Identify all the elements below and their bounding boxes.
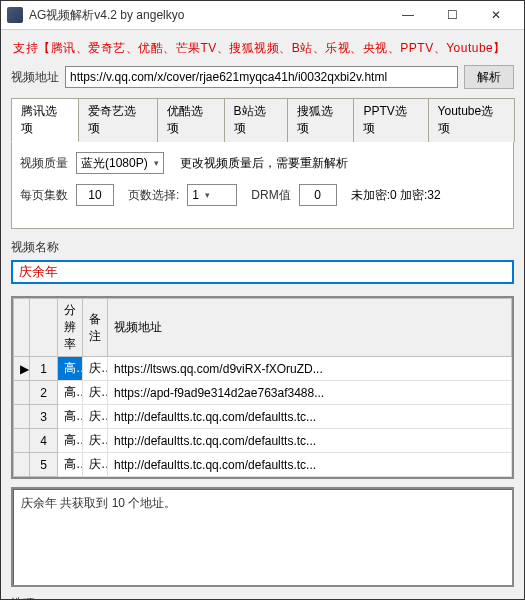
window-controls: — ☐ ✕ — [386, 1, 518, 29]
row-index: 4 — [30, 429, 58, 453]
row-index: 1 — [30, 357, 58, 381]
row-index: 2 — [30, 381, 58, 405]
cell-url: http://defaultts.tc.qq.com/defaultts.tc.… — [108, 429, 512, 453]
chevron-down-icon: ▾ — [154, 158, 159, 168]
video-name-label: 视频名称 — [11, 239, 514, 256]
cell-resolution: 高清 — [58, 453, 83, 477]
table-row[interactable]: 2高清庆余年_02https://apd-f9ad9e314d2ae763af3… — [14, 381, 512, 405]
encryption-info: 未加密:0 加密:32 — [351, 187, 441, 204]
footer: 选项 ▾ — [1, 591, 524, 600]
chevron-down-icon: ▾ — [205, 190, 210, 200]
cell-resolution: 高清 — [58, 357, 83, 381]
page-select-value: 1 — [192, 188, 199, 202]
support-text: 支持【腾讯、爱奇艺、优酷、芒果TV、搜狐视频、B站、乐视、央视、PPTV、You… — [11, 36, 514, 65]
minimize-button[interactable]: — — [386, 1, 430, 29]
tab-pptv[interactable]: PPTV选项 — [353, 98, 428, 142]
options-menu[interactable]: 选项 ▾ — [11, 595, 47, 600]
grid-header-note[interactable]: 备注 — [83, 299, 108, 357]
tab-bar: 腾讯选项 爱奇艺选项 优酷选项 B站选项 搜狐选项 PPTV选项 Youtube… — [11, 97, 514, 142]
drm-label: DRM值 — [251, 187, 290, 204]
row-pointer — [14, 453, 30, 477]
row-pointer — [14, 381, 30, 405]
cell-note: 庆余年_01 — [83, 357, 108, 381]
page-select[interactable]: 1 ▾ — [187, 184, 237, 206]
url-input[interactable] — [65, 66, 458, 88]
grid-header-resolution[interactable]: 分辨率 — [58, 299, 83, 357]
grid-header-row: 分辨率 备注 视频地址 — [14, 299, 512, 357]
cell-resolution: 高清 — [58, 381, 83, 405]
quality-value: 蓝光(1080P) — [81, 155, 148, 172]
log-output[interactable]: 庆余年 共获取到 10 个地址。 — [11, 487, 514, 587]
content-area: 支持【腾讯、爱奇艺、优酷、芒果TV、搜狐视频、B站、乐视、央视、PPTV、You… — [1, 30, 524, 591]
window-title: AG视频解析v4.2 by angelkyo — [29, 7, 386, 24]
tab-bilibili[interactable]: B站选项 — [224, 98, 288, 142]
row-pointer — [14, 405, 30, 429]
table-row[interactable]: 4高清庆余年_04http://defaultts.tc.qq.com/defa… — [14, 429, 512, 453]
tab-panel: 视频质量 蓝光(1080P) ▾ 更改视频质量后，需要重新解析 每页集数 页数选… — [11, 142, 514, 229]
row-index: 5 — [30, 453, 58, 477]
video-name-input[interactable] — [11, 260, 514, 284]
quality-hint: 更改视频质量后，需要重新解析 — [180, 155, 348, 172]
cell-note: 庆余年_02 — [83, 381, 108, 405]
cell-url: https://ltsws.qq.com/d9viRX-fXOruZD... — [108, 357, 512, 381]
tab-sohu[interactable]: 搜狐选项 — [287, 98, 355, 142]
row-pointer: ▶ — [14, 357, 30, 381]
close-button[interactable]: ✕ — [474, 1, 518, 29]
cell-resolution: 高清 — [58, 429, 83, 453]
cell-url: http://defaultts.tc.qq.com/defaultts.tc.… — [108, 405, 512, 429]
cell-note: 庆余年_03 — [83, 405, 108, 429]
row-pointer — [14, 429, 30, 453]
page-select-label: 页数选择: — [128, 187, 179, 204]
url-label: 视频地址 — [11, 69, 59, 86]
tab-iqiyi[interactable]: 爱奇艺选项 — [78, 98, 158, 142]
per-page-label: 每页集数 — [20, 187, 68, 204]
tab-youtube[interactable]: Youtube选项 — [428, 98, 515, 142]
table-row[interactable]: 5高清庆余年_05http://defaultts.tc.qq.com/defa… — [14, 453, 512, 477]
cell-url: https://apd-f9ad9e314d2ae763af3488... — [108, 381, 512, 405]
maximize-button[interactable]: ☐ — [430, 1, 474, 29]
app-icon — [7, 7, 23, 23]
quality-select[interactable]: 蓝光(1080P) ▾ — [76, 152, 164, 174]
grid-header-index — [30, 299, 58, 357]
cell-url: http://defaultts.tc.qq.com/defaultts.tc.… — [108, 453, 512, 477]
options-menu-label: 选项 — [11, 596, 35, 600]
cell-resolution: 高清 — [58, 405, 83, 429]
cell-note: 庆余年_04 — [83, 429, 108, 453]
titlebar[interactable]: AG视频解析v4.2 by angelkyo — ☐ ✕ — [1, 1, 524, 30]
tab-tencent[interactable]: 腾讯选项 — [11, 98, 79, 142]
app-window: AG视频解析v4.2 by angelkyo — ☐ ✕ 支持【腾讯、爱奇艺、优… — [0, 0, 525, 600]
results-grid: 分辨率 备注 视频地址 ▶1高清庆余年_01https://ltsws.qq.c… — [11, 296, 514, 479]
video-name-section: 视频名称 — [11, 239, 514, 284]
tab-youku[interactable]: 优酷选项 — [157, 98, 225, 142]
parse-button[interactable]: 解析 — [464, 65, 514, 89]
table-row[interactable]: ▶1高清庆余年_01https://ltsws.qq.com/d9viRX-fX… — [14, 357, 512, 381]
cell-note: 庆余年_05 — [83, 453, 108, 477]
row-index: 3 — [30, 405, 58, 429]
grid-header-url[interactable]: 视频地址 — [108, 299, 512, 357]
table-row[interactable]: 3高清庆余年_03http://defaultts.tc.qq.com/defa… — [14, 405, 512, 429]
drm-input[interactable] — [299, 184, 337, 206]
grid-header-pointer — [14, 299, 30, 357]
quality-label: 视频质量 — [20, 155, 68, 172]
per-page-input[interactable] — [76, 184, 114, 206]
url-row: 视频地址 解析 — [11, 65, 514, 89]
